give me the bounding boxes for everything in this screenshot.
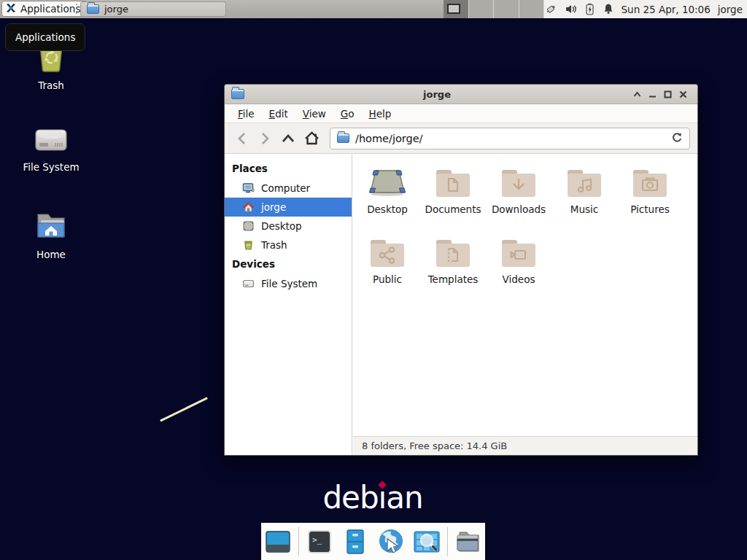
sidebar-item-desktop[interactable]: Desktop <box>225 217 352 236</box>
logo-text-post: an <box>386 480 422 516</box>
workspace-window-preview <box>447 4 460 14</box>
taskbar-window-label: jorge <box>104 4 128 15</box>
sidebar-item-jorge[interactable]: jorge <box>225 198 352 217</box>
svg-text:>_: >_ <box>312 535 322 545</box>
notifications-icon[interactable] <box>603 3 614 15</box>
dock-item-file-cabinet[interactable] <box>340 526 371 557</box>
tooltip-text: Applications <box>15 31 75 43</box>
window-icon <box>231 89 244 99</box>
titlebar[interactable]: jorge <box>225 85 697 104</box>
home-folder-icon <box>34 210 69 245</box>
pictures-folder-icon <box>630 162 670 198</box>
forward-button[interactable] <box>255 129 274 148</box>
path-folder-icon <box>337 133 349 143</box>
file-item-public[interactable]: Public <box>355 232 420 302</box>
file-grid: Desktop Documents <box>352 155 697 455</box>
network-icon[interactable] <box>545 3 557 15</box>
desktop-icon-label: Home <box>36 249 66 260</box>
wallpaper-line-decoration <box>160 397 208 421</box>
desktop-icon-label: Trash <box>38 79 64 91</box>
desktop-trapezoid-icon <box>368 162 407 198</box>
file-item-label: Music <box>570 203 598 215</box>
panel-handle <box>76 4 77 5</box>
sidebar-item-label: jorge <box>261 201 286 213</box>
sidebar-item-label: Trash <box>261 239 287 251</box>
reload-icon[interactable] <box>671 131 683 146</box>
file-item-downloads[interactable]: Downloads <box>486 162 551 232</box>
trash-icon <box>242 239 255 251</box>
documents-folder-icon <box>433 162 473 198</box>
computer-icon <box>242 182 255 194</box>
sidebar-devices-header: Devices <box>225 254 352 274</box>
file-item-label: Documents <box>425 203 481 215</box>
downloads-folder-icon <box>499 162 538 198</box>
file-item-label: Desktop <box>367 203 408 215</box>
file-item-documents[interactable]: Documents <box>420 162 486 232</box>
file-item-music[interactable]: Music <box>551 162 617 232</box>
workspace-switcher[interactable] <box>444 0 544 18</box>
system-tray: Sun 25 Apr, 10:06 jorge <box>545 0 743 18</box>
dock-separator <box>298 527 299 556</box>
applications-menu-button[interactable]: Applications <box>1 1 88 17</box>
menubar: File Edit View Go Help <box>225 104 697 123</box>
menu-view[interactable]: View <box>295 108 333 120</box>
file-item-pictures[interactable]: Pictures <box>617 162 683 232</box>
workspace-3[interactable] <box>494 0 519 18</box>
window-content: Places Computer jorge <box>225 155 697 455</box>
menu-edit[interactable]: Edit <box>262 108 295 120</box>
workspace-2[interactable] <box>469 0 495 18</box>
desktop-icon-label: File System <box>23 161 79 173</box>
up-button[interactable] <box>279 129 298 148</box>
sidebar-item-label: Desktop <box>261 220 302 232</box>
taskbar-window-button[interactable]: jorge <box>80 1 226 17</box>
sidebar-item-file-system[interactable]: File System <box>225 274 352 293</box>
dock-item-terminal[interactable]: >_ <box>304 526 335 557</box>
bottom-dock: >_ <box>261 523 485 560</box>
statusbar: 8 folders, Free space: 14.4 GiB <box>353 436 697 455</box>
desktop-icon-file-system[interactable]: File System <box>11 124 91 173</box>
menu-file[interactable]: File <box>231 108 262 120</box>
applications-tooltip: Applications <box>5 23 85 51</box>
file-item-templates[interactable]: Templates <box>420 232 486 302</box>
sidebar-item-label: File System <box>261 278 317 289</box>
home-button[interactable] <box>302 129 321 148</box>
templates-folder-icon <box>433 232 473 268</box>
panel-username[interactable]: jorge <box>718 4 743 15</box>
desktop-icon-home[interactable]: Home <box>11 210 91 260</box>
workspace-4[interactable] <box>519 0 545 18</box>
path-text[interactable]: /home/jorge/ <box>355 133 665 144</box>
volume-icon[interactable] <box>565 3 577 15</box>
dock-item-desktop[interactable] <box>263 526 293 557</box>
file-item-videos[interactable]: Videos <box>486 232 551 302</box>
xfce-logo-icon <box>5 2 17 16</box>
maximize-button[interactable] <box>660 88 676 101</box>
battery-icon[interactable] <box>584 3 595 15</box>
dock-item-web-browser[interactable] <box>376 526 406 557</box>
debian-wallpaper-logo: debıan <box>300 480 446 516</box>
dock-item-file-manager[interactable] <box>453 526 484 557</box>
window-folder-icon <box>87 4 99 14</box>
file-item-label: Public <box>373 273 402 285</box>
file-manager-window: jorge File Edit View Go Help <box>224 84 698 456</box>
file-item-label: Pictures <box>630 203 669 215</box>
menu-go[interactable]: Go <box>333 108 362 120</box>
window-title: jorge <box>244 89 630 100</box>
back-button[interactable] <box>232 129 251 148</box>
file-item-desktop[interactable]: Desktop <box>355 162 420 232</box>
sidebar-item-trash[interactable]: Trash <box>225 236 352 254</box>
close-button[interactable] <box>676 88 691 101</box>
location-bar[interactable]: /home/jorge/ <box>330 128 690 149</box>
menu-help[interactable]: Help <box>362 108 399 120</box>
dock-separator <box>447 527 448 556</box>
panel-clock[interactable]: Sun 25 Apr, 10:06 <box>622 4 711 15</box>
desktop-icon <box>242 220 255 232</box>
shade-button[interactable] <box>630 88 645 101</box>
sidebar: Places Computer jorge <box>225 155 352 455</box>
applications-menu-label: Applications <box>20 3 80 15</box>
minimize-button[interactable] <box>645 88 660 101</box>
logo-letter-i: ı <box>379 480 387 516</box>
logo-text-pre: deb <box>322 480 378 516</box>
workspace-1[interactable] <box>444 0 469 18</box>
dock-item-app-finder[interactable] <box>411 526 442 557</box>
sidebar-item-computer[interactable]: Computer <box>225 179 352 198</box>
